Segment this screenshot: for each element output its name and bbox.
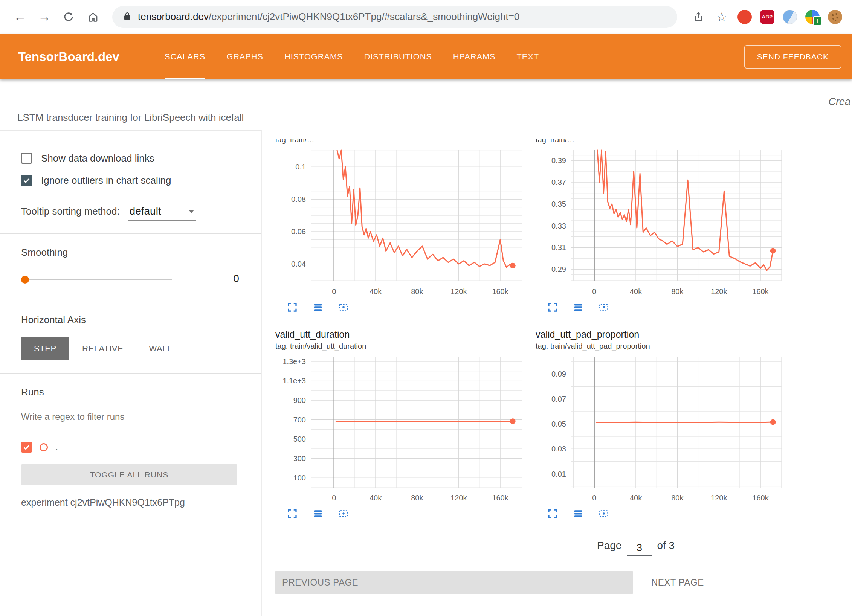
chart-tag-clipped: tag: train/… xyxy=(536,139,785,145)
svg-text:120k: 120k xyxy=(711,287,727,296)
smoothing-value-input[interactable] xyxy=(213,271,259,288)
svg-text:700: 700 xyxy=(293,416,306,424)
svg-text:0.1: 0.1 xyxy=(295,163,306,171)
runs-filter-input[interactable] xyxy=(21,408,237,427)
reload-icon[interactable] xyxy=(58,6,79,27)
svg-text:80k: 80k xyxy=(411,494,423,502)
svg-text:100: 100 xyxy=(293,474,306,482)
svg-text:0.01: 0.01 xyxy=(551,470,566,478)
page-number-input[interactable] xyxy=(627,542,652,556)
address-bar[interactable]: tensorboard.dev/experiment/cj2vtPiwQHKN9… xyxy=(112,6,677,28)
runs-selector-icon[interactable] xyxy=(311,301,324,314)
svg-text:0.09: 0.09 xyxy=(551,370,566,378)
divider xyxy=(0,373,261,374)
smoothing-slider[interactable] xyxy=(21,275,172,284)
back-icon[interactable]: ← xyxy=(10,6,31,27)
fit-domain-icon[interactable] xyxy=(337,507,350,520)
toggle-all-runs-button[interactable]: TOGGLE ALL RUNS xyxy=(21,464,237,485)
ignore-outliers-row: Ignore outliers in chart scaling xyxy=(21,175,239,186)
scalar-chart: 040k80k120k160k0.290.310.330.350.370.39 xyxy=(536,147,785,299)
brand-logo: TensorBoard.dev xyxy=(18,34,119,79)
ignore-outliers-checkbox[interactable] xyxy=(21,175,32,186)
axis-step-button[interactable]: STEP xyxy=(21,337,69,360)
axis-wall-button[interactable]: WALL xyxy=(136,337,185,360)
chart-card: valid_utt_duration tag: train/valid_utt_… xyxy=(275,328,525,520)
divider xyxy=(0,301,261,301)
show-download-row: Show data download links xyxy=(21,152,239,164)
expand-chart-icon[interactable] xyxy=(546,301,559,314)
svg-text:120k: 120k xyxy=(450,494,467,502)
expand-chart-icon[interactable] xyxy=(286,507,299,520)
adblock-extension-icon[interactable] xyxy=(737,10,752,24)
svg-text:0.06: 0.06 xyxy=(291,227,306,236)
tab-scalars[interactable]: SCALARS xyxy=(165,34,205,79)
svg-text:1.3e+3: 1.3e+3 xyxy=(282,357,306,366)
svg-text:160k: 160k xyxy=(492,494,508,502)
pagination-buttons: PREVIOUS PAGE NEXT PAGE xyxy=(275,570,852,595)
next-page-button[interactable]: NEXT PAGE xyxy=(646,570,709,595)
fit-domain-icon[interactable] xyxy=(337,301,350,314)
run-color-swatch xyxy=(40,443,48,451)
pagination: Page of 3 xyxy=(597,540,852,554)
lock-icon xyxy=(123,12,132,22)
runs-selector-icon[interactable] xyxy=(572,507,585,520)
experiment-id-label: experiment cj2vtPiwQHKN9Q1tx6PTpg xyxy=(21,497,239,508)
url-text: tensorboard.dev/experiment/cj2vtPiwQHKN9… xyxy=(138,11,519,23)
chart-tag-clipped: tag: train/… xyxy=(275,139,525,145)
scalar-chart: 040k80k120k160k1003005007009001.1e+31.3e… xyxy=(275,354,525,506)
experiment-band: Crea LSTM transducer training for LibriS… xyxy=(0,79,852,130)
chart-title: valid_utt_duration xyxy=(275,328,525,341)
bookmark-star-icon[interactable]: ☆ xyxy=(714,9,729,24)
svg-text:80k: 80k xyxy=(411,287,423,296)
tooltip-sorting-select[interactable]: default xyxy=(128,204,196,221)
axis-relative-button[interactable]: RELATIVE xyxy=(69,337,136,360)
pie-extension-icon[interactable] xyxy=(783,10,797,24)
svg-text:0.08: 0.08 xyxy=(291,195,306,203)
horizontal-axis-label: Horizontal Axis xyxy=(21,314,239,326)
svg-text:120k: 120k xyxy=(450,287,467,296)
scalar-chart: 040k80k120k160k0.040.060.080.1 xyxy=(275,147,525,299)
svg-text:0.03: 0.03 xyxy=(551,445,566,453)
svg-text:0: 0 xyxy=(592,494,596,502)
svg-text:40k: 40k xyxy=(630,494,642,502)
top-nav: SCALARS GRAPHS HISTOGRAMS DISTRIBUTIONS … xyxy=(165,34,539,79)
charts-panel: tag: train/… 040k80k120k160k0.040.060.08… xyxy=(262,130,852,616)
forward-icon[interactable]: → xyxy=(34,6,55,27)
tab-distributions[interactable]: DISTRIBUTIONS xyxy=(364,34,432,79)
browser-chrome: ← → tensorboard.dev/experiment/cj2vtPiwQ… xyxy=(0,0,852,34)
scalar-chart: 040k80k120k160k0.010.030.050.070.09 xyxy=(536,354,785,506)
runs-selector-icon[interactable] xyxy=(572,301,585,314)
smoothing-label: Smoothing xyxy=(21,247,239,258)
horizontal-axis-toggle: STEP RELATIVE WALL xyxy=(21,337,239,360)
fit-domain-icon[interactable] xyxy=(597,301,610,314)
svg-text:1.1e+3: 1.1e+3 xyxy=(282,377,306,385)
profile-avatar[interactable]: 1 xyxy=(805,10,820,24)
slider-thumb[interactable] xyxy=(21,276,29,284)
tab-hparams[interactable]: HPARAMS xyxy=(453,34,496,79)
tab-graphs[interactable]: GRAPHS xyxy=(226,34,263,79)
svg-text:0.07: 0.07 xyxy=(551,395,566,403)
fit-domain-icon[interactable] xyxy=(597,507,610,520)
expand-chart-icon[interactable] xyxy=(546,507,559,520)
svg-text:0: 0 xyxy=(592,287,596,296)
home-icon[interactable] xyxy=(83,6,104,27)
tooltip-sorting-row: Tooltip sorting method: default xyxy=(21,204,239,221)
send-feedback-button[interactable]: SEND FEEDBACK xyxy=(744,45,841,69)
tab-text[interactable]: TEXT xyxy=(517,34,539,79)
previous-page-button[interactable]: PREVIOUS PAGE xyxy=(275,571,633,594)
abp-extension-icon[interactable]: ABP xyxy=(760,10,774,24)
svg-text:0: 0 xyxy=(332,287,336,296)
clipped-created-text: Crea xyxy=(828,96,850,108)
cookie-icon[interactable] xyxy=(828,10,842,24)
svg-text:0.29: 0.29 xyxy=(551,265,566,273)
expand-chart-icon[interactable] xyxy=(286,301,299,314)
show-download-checkbox[interactable] xyxy=(21,153,32,164)
settings-sidebar: Show data download links Ignore outliers… xyxy=(0,130,262,616)
svg-text:0: 0 xyxy=(332,494,336,502)
tab-histograms[interactable]: HISTOGRAMS xyxy=(284,34,343,79)
runs-selector-icon[interactable] xyxy=(311,507,324,520)
share-icon[interactable] xyxy=(691,9,706,24)
chart-tag: tag: train/valid_utt_duration xyxy=(275,341,525,351)
chevron-down-icon xyxy=(188,210,194,213)
run-checkbox[interactable] xyxy=(21,442,32,453)
